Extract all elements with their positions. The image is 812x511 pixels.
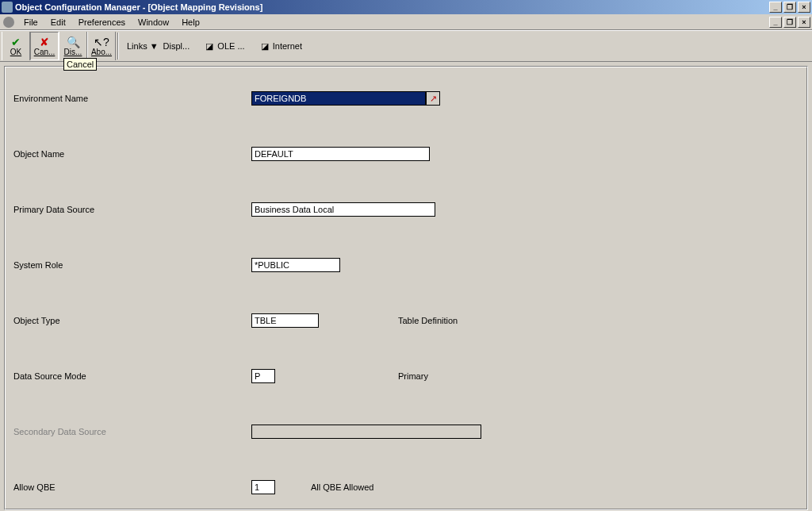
mode-input[interactable]: [251, 369, 275, 383]
env-input[interactable]: [251, 91, 426, 106]
tooltip: Cancel: [63, 58, 97, 71]
toolbar: ✔ OK ✘ Can... 🔍 Dis... ↖? Abo... Links ▼…: [0, 30, 812, 62]
titlebar: Object Configuration Manager - [Object M…: [0, 0, 812, 14]
menu-file[interactable]: File: [17, 16, 44, 29]
type-desc: Table Definition: [398, 316, 458, 325]
pds-label: Primary Data Source: [13, 205, 251, 214]
mode-label: Data Source Mode: [13, 371, 251, 381]
role-label: System Role: [13, 260, 251, 270]
mdi-close-button[interactable]: ×: [798, 17, 810, 28]
window-title: Object Configuration Manager - [Object M…: [15, 2, 262, 12]
internet-link[interactable]: ◪ Internet: [259, 40, 302, 52]
type-label: Object Type: [13, 316, 251, 325]
sds-input: [251, 425, 481, 439]
doc-icon: [3, 17, 14, 28]
env-label: Environment Name: [13, 94, 251, 103]
qbe-label: Allow QBE: [13, 482, 251, 492]
chevron-down-icon: ▼: [150, 41, 159, 51]
obj-label: Object Name: [13, 149, 251, 159]
form-panel: Environment Name ↗ Object Name Primary D…: [4, 66, 808, 510]
ole-link[interactable]: ◪ OLE ...: [204, 40, 244, 52]
qbe-desc: All QBE Allowed: [311, 482, 373, 492]
sds-label: Secondary Data Source: [13, 427, 251, 436]
ole-icon: ◪: [204, 40, 215, 52]
qbe-input[interactable]: [251, 480, 275, 494]
cursor-icon: ↖?: [95, 36, 108, 48]
app-icon: [2, 2, 13, 13]
ok-button[interactable]: ✔ OK: [2, 32, 30, 60]
obj-input[interactable]: [251, 147, 430, 161]
dispatch-button[interactable]: 🔍 Dis...: [59, 32, 87, 60]
lookup-button[interactable]: ↗: [426, 91, 440, 106]
mode-desc: Primary: [398, 371, 428, 381]
mdi-minimize-button[interactable]: _: [769, 17, 782, 28]
menu-help[interactable]: Help: [175, 16, 206, 29]
pds-input[interactable]: [251, 202, 435, 217]
x-icon: ✘: [38, 36, 51, 48]
internet-icon: ◪: [259, 40, 270, 52]
cancel-button[interactable]: ✘ Can...: [30, 32, 59, 60]
type-input[interactable]: [251, 313, 319, 328]
separator: [117, 33, 119, 60]
search-icon: 🔍: [67, 36, 79, 48]
displ-link[interactable]: Displ...: [163, 41, 190, 51]
about-button[interactable]: ↖? Abo...: [87, 32, 116, 60]
role-input[interactable]: [251, 258, 340, 272]
minimize-button[interactable]: _: [769, 2, 782, 13]
menubar: File Edit Preferences Window Help _ ❐ ×: [0, 14, 812, 30]
links-dropdown[interactable]: Links ▼: [127, 41, 159, 51]
flashlight-icon: ↗: [430, 94, 437, 104]
mdi-restore-button[interactable]: ❐: [783, 17, 796, 28]
menu-preferences[interactable]: Preferences: [72, 16, 132, 29]
menu-edit[interactable]: Edit: [44, 16, 72, 29]
restore-button[interactable]: ❐: [783, 2, 796, 13]
close-button[interactable]: ×: [798, 2, 810, 13]
check-icon: ✔: [10, 36, 22, 48]
menu-window[interactable]: Window: [132, 16, 175, 29]
